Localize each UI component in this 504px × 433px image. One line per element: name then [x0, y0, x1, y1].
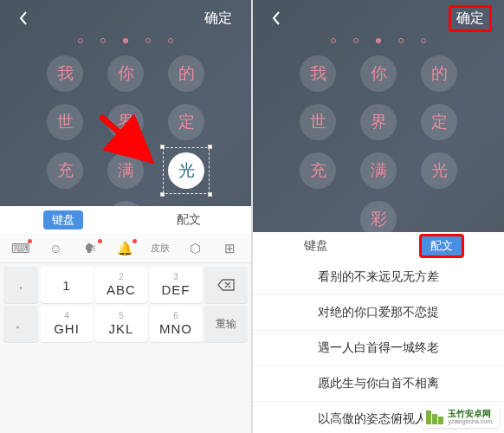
key-1[interactable]: 1	[41, 267, 93, 303]
dot-active	[376, 38, 381, 43]
char-cell[interactable]: 界	[107, 104, 144, 140]
text-option[interactable]: 遇一人白首得一城终老	[253, 331, 504, 366]
dot	[168, 38, 173, 43]
watermark-logo-icon	[426, 410, 444, 424]
tab-text[interactable]: 配文	[378, 232, 504, 260]
dot	[145, 38, 151, 43]
page-dots	[253, 38, 504, 43]
topbar: 确定	[0, 0, 251, 33]
key-punct-comma[interactable]: ，	[3, 267, 38, 303]
back-button[interactable]	[12, 7, 35, 29]
topbar: 确定	[253, 0, 504, 33]
chevron-left-icon	[19, 11, 28, 25]
key-5-jkl[interactable]: 5JKL	[95, 306, 147, 342]
emoji-icon[interactable]: ☺	[42, 237, 68, 260]
dot	[421, 38, 426, 43]
resize-handle[interactable]	[160, 192, 165, 197]
voice-icon[interactable]: 🗣	[78, 237, 104, 260]
watermark-url: yziangecha.com	[448, 418, 492, 425]
char-cell[interactable]: 的	[168, 55, 204, 92]
char-cell-selected[interactable]: 光	[168, 152, 204, 189]
key-2-abc[interactable]: 2ABC	[95, 267, 147, 303]
key-3-def[interactable]: 3DEF	[150, 267, 202, 303]
char-cell[interactable]: 满	[107, 152, 144, 189]
dot	[398, 38, 404, 43]
dot	[78, 38, 83, 43]
key-4-ghi[interactable]: 4GHI	[41, 306, 93, 342]
char-cell[interactable]: 充	[47, 152, 83, 189]
watermark: 玉竹安卓网 yziangecha.com	[423, 406, 499, 428]
tabs: 键盘 配文	[0, 206, 251, 234]
char-cell[interactable]: 界	[360, 104, 397, 140]
char-cell[interactable]: 我	[300, 55, 336, 92]
backspace-icon	[217, 279, 235, 291]
key-6-mno[interactable]: 6MNO	[150, 306, 202, 342]
text-option[interactable]: 对绝的你口爱那不恋提	[253, 295, 504, 331]
text-option[interactable]: 看别的不来远见无方差	[253, 260, 504, 295]
left-screen: 确定 我 你 的 世 界 定 充 满 光	[0, 0, 251, 433]
kb-switch-icon[interactable]: ⌨	[8, 237, 34, 260]
char-cell[interactable]: 的	[421, 55, 457, 92]
selected-char-label: 光	[178, 159, 195, 182]
char-cell[interactable]: 世	[47, 104, 83, 140]
confirm-button[interactable]: 确定	[197, 7, 239, 30]
grid-icon[interactable]: ⊞	[217, 237, 243, 260]
char-cell[interactable]: 你	[360, 55, 397, 92]
char-cell[interactable]: 定	[421, 104, 457, 140]
char-grid: 我 你 的 世 界 定 充 满 光 彩	[253, 55, 504, 237]
dot	[100, 38, 106, 43]
right-screen: 确定 我 你 的 世 界 定 充 满 光	[253, 0, 504, 433]
hexagon-icon[interactable]: ⬡	[183, 237, 209, 260]
resize-handle[interactable]	[208, 145, 212, 149]
char-cell[interactable]: 我	[47, 55, 83, 92]
keyboard-toolbar: ⌨ ☺ 🗣 🔔 皮肤 ⬡ ⊞	[0, 234, 251, 263]
resize-handle[interactable]	[208, 192, 212, 197]
key-punct-period[interactable]: 。	[3, 306, 38, 342]
dot-active	[123, 38, 128, 43]
key-backspace[interactable]	[204, 267, 248, 303]
char-cell[interactable]: 你	[107, 55, 144, 92]
keyboard-grid: ， 1 2ABC 3DEF 。 4GHI 5JKL 6MNO 重输	[0, 263, 251, 423]
key-reinput[interactable]: 重输	[204, 306, 248, 342]
char-cell[interactable]: 满	[360, 152, 397, 189]
tab-keyboard[interactable]: 键盘	[253, 232, 378, 260]
char-cell[interactable]: 光	[421, 152, 457, 189]
tab-keyboard[interactable]: 键盘	[0, 206, 126, 234]
char-cell[interactable]: 世	[300, 104, 336, 140]
confirm-button[interactable]: 确定	[449, 5, 492, 32]
page-dots	[0, 38, 251, 43]
char-cell[interactable]: 定	[168, 104, 204, 140]
char-cell[interactable]: 充	[300, 152, 336, 189]
bell-icon[interactable]: 🔔	[113, 237, 139, 260]
watermark-title: 玉竹安卓网	[448, 409, 492, 418]
tabs: 键盘 配文	[253, 232, 504, 260]
back-button[interactable]	[265, 7, 288, 29]
text-option[interactable]: 愿此生与你白首不相离	[253, 366, 504, 402]
tab-text[interactable]: 配文	[126, 206, 251, 234]
keyboard-panel: ⌨ ☺ 🗣 🔔 皮肤 ⬡ ⊞ ， 1 2ABC 3DEF 。 4GHI 5J	[0, 234, 251, 433]
sparkle-icon[interactable]: 皮肤	[147, 237, 173, 260]
dot	[331, 38, 336, 43]
resize-handle[interactable]	[160, 145, 165, 149]
dot	[353, 38, 359, 43]
chevron-left-icon	[272, 11, 281, 25]
